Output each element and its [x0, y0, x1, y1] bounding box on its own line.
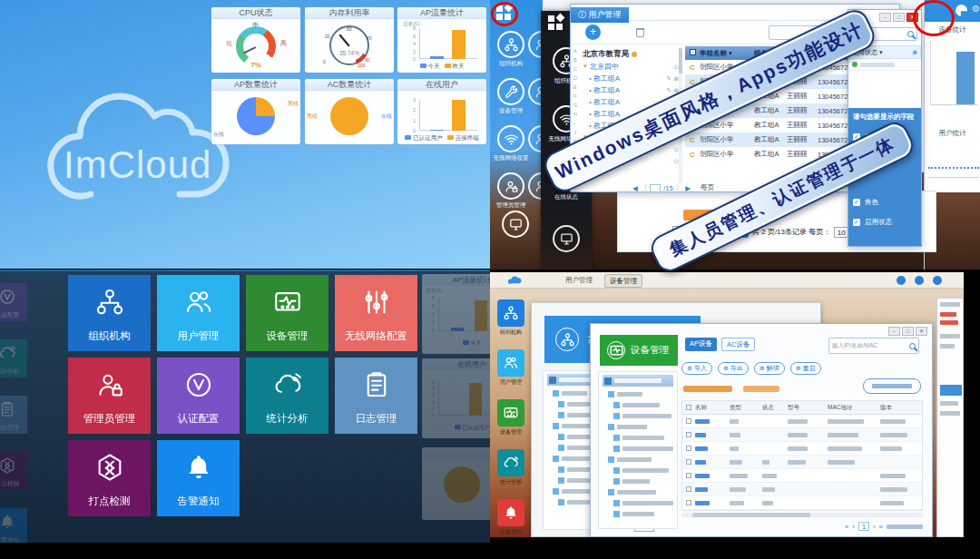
index-letter[interactable]: E	[573, 84, 581, 93]
sidebar-item-2[interactable]	[497, 125, 524, 152]
table-row[interactable]	[682, 442, 922, 456]
row-check[interactable]: C	[685, 64, 700, 72]
search-icon[interactable]	[907, 31, 914, 37]
taskbar-tab-用户管理[interactable]: 用户管理	[561, 274, 597, 288]
device-search-input[interactable]: 输入IP/名称/MAC	[828, 338, 919, 354]
column-header[interactable]: 名称	[695, 404, 730, 412]
pager-prev-icon[interactable]: ‹	[852, 523, 855, 531]
index-letter[interactable]: D	[573, 75, 581, 84]
pager-last-icon[interactable]: ▶	[685, 184, 691, 192]
row-check[interactable]	[682, 418, 695, 425]
sidebar-item-1[interactable]	[497, 78, 524, 105]
checkbox-icon[interactable]: ✓	[853, 219, 860, 226]
row-check[interactable]	[682, 500, 695, 506]
column-header[interactable]: 状态	[762, 404, 788, 412]
tree-root-row[interactable]	[603, 375, 673, 387]
index-letter[interactable]: H	[573, 112, 581, 121]
pager-next-icon[interactable]: 〉	[676, 183, 683, 192]
checkbox-icon[interactable]: ✓	[853, 199, 860, 206]
table-row[interactable]	[682, 496, 922, 510]
table-row[interactable]	[682, 483, 922, 496]
tile-管理员管理[interactable]: 管理员管理	[68, 358, 151, 434]
row-check[interactable]: C	[685, 151, 700, 159]
header-check[interactable]	[682, 405, 695, 411]
tree-root[interactable]: 北京市教育局	[583, 48, 679, 61]
tree-item-row[interactable]	[603, 443, 673, 454]
tree-item-row[interactable]	[603, 432, 673, 443]
tile-组织机构[interactable]: 组织机构	[68, 275, 151, 351]
edit-icon[interactable]: ✎	[666, 73, 671, 84]
sidebar-item-统计分析[interactable]	[497, 449, 524, 476]
index-letter[interactable]: G	[573, 103, 581, 112]
column-header[interactable]: MAC地址	[828, 404, 880, 412]
maximize-icon[interactable]: □	[902, 327, 914, 336]
tree-item-row[interactable]	[603, 497, 673, 508]
close-icon[interactable]: ✕	[916, 327, 927, 336]
pie-chart-icon[interactable]	[956, 5, 967, 16]
tree-node[interactable]: ▼北京四中⊙	[583, 61, 679, 73]
action-button[interactable]	[863, 378, 921, 394]
sidebar-item-组织机构[interactable]	[497, 299, 524, 327]
index-letter[interactable]: I	[573, 121, 581, 130]
column-header[interactable]: 型号	[788, 404, 828, 412]
table-row[interactable]	[682, 428, 922, 442]
row-check[interactable]	[682, 459, 695, 466]
tile-认证配置[interactable]: 认证配置	[157, 358, 240, 434]
pager-prev-icon[interactable]: 〈	[641, 183, 648, 192]
pager-first-icon[interactable]: ◀	[632, 184, 638, 192]
column-header[interactable]: 版本	[880, 404, 916, 412]
table-row[interactable]	[682, 469, 922, 483]
pager-page-box[interactable]	[650, 184, 661, 192]
index-letter[interactable]: A	[573, 48, 581, 57]
table-row[interactable]	[682, 456, 922, 469]
sidebar-item-0[interactable]	[497, 31, 524, 58]
per-page-select[interactable]: 10	[834, 227, 848, 238]
edit-icon[interactable]: ✎	[666, 84, 671, 96]
maximize-icon[interactable]: □	[893, 13, 905, 22]
sidebar-item-用户管理[interactable]	[497, 349, 524, 377]
minimize-icon[interactable]: –	[888, 327, 900, 336]
header-check[interactable]	[685, 49, 700, 57]
tree-node[interactable]: •教工组A✎⊗	[583, 73, 679, 84]
add-icon[interactable]: ⊕	[912, 49, 917, 56]
index-letter[interactable]: B	[573, 57, 581, 66]
field-check-row[interactable]: ✓角色	[853, 198, 916, 207]
row-check[interactable]: C	[685, 136, 700, 144]
taskbar-icon[interactable]	[933, 276, 942, 285]
toolbar-button-解绑[interactable]: ⊕解绑	[754, 362, 785, 375]
row-check[interactable]	[682, 432, 695, 438]
device-header-chip[interactable]: 设备管理	[600, 335, 678, 366]
tree-item-row[interactable]	[603, 508, 673, 519]
tile-统计分析[interactable]: 统计分析	[246, 358, 328, 434]
delete-icon[interactable]	[636, 28, 644, 37]
row-check[interactable]	[682, 486, 695, 493]
field-check-row[interactable]: ✓启用状态	[853, 218, 916, 227]
tile-设备管理[interactable]: 设备管理	[246, 275, 328, 351]
tree-item-row[interactable]	[603, 476, 673, 486]
tree-item-row[interactable]	[603, 454, 673, 465]
toolbar-button-导入[interactable]: ⊕导入	[681, 362, 712, 375]
device-tab-AC设备[interactable]: AC设备	[721, 338, 755, 351]
tree-item-row[interactable]	[603, 410, 673, 421]
index-letter[interactable]: C	[573, 66, 581, 75]
toolbar-button-重启[interactable]: ⊕重启	[790, 362, 821, 375]
pager-next-icon[interactable]: ›	[873, 523, 876, 531]
taskbar-icon[interactable]	[897, 276, 906, 285]
tile-告警通知[interactable]: 告警通知	[157, 440, 240, 516]
device-tab-AP设备[interactable]: AP设备	[685, 338, 717, 351]
tree-item-row[interactable]	[603, 465, 673, 476]
monitor-icon[interactable]	[502, 211, 529, 238]
gear-icon[interactable]: ⚙	[972, 4, 980, 14]
taskbar-icon[interactable]	[915, 276, 924, 285]
tree-item-row[interactable]	[603, 399, 673, 410]
search-icon[interactable]	[909, 343, 916, 349]
tile-无线网络配置[interactable]: 无线网络配置	[335, 275, 417, 351]
tile-日志管理[interactable]: 日志管理	[335, 358, 417, 434]
pager-first-icon[interactable]: «	[845, 523, 848, 531]
toolbar-button-导出[interactable]: ⊕导出	[718, 362, 749, 375]
row-check[interactable]	[682, 446, 695, 452]
pager-page-box[interactable]: 1	[858, 522, 869, 531]
tile-用户管理[interactable]: 用户管理	[157, 275, 240, 351]
monitor-icon[interactable]	[553, 225, 580, 252]
tree-item-row[interactable]	[603, 388, 673, 399]
